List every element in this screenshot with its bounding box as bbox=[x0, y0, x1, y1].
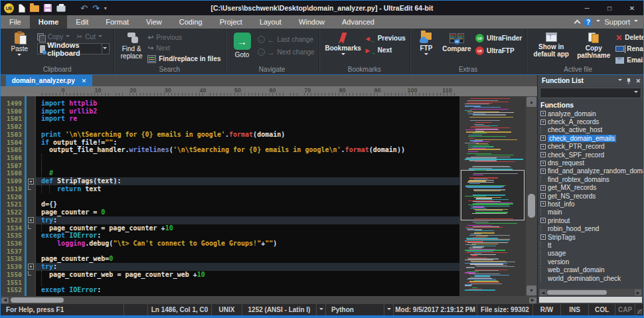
function-item-get_MX_records[interactable]: +get_MX_records bbox=[540, 184, 643, 192]
code-line[interactable]: # bbox=[36, 169, 459, 177]
scroll-up-icon[interactable]: ▲ bbox=[526, 97, 536, 107]
code-line[interactable]: try: bbox=[36, 216, 459, 224]
panel-menu-icon[interactable] bbox=[618, 79, 622, 83]
function-item-tt[interactable]: tt bbox=[540, 241, 643, 249]
code-line[interactable] bbox=[36, 123, 459, 131]
customize-toolbar-icon[interactable]: ▾ bbox=[104, 5, 106, 11]
code-editor[interactable]: 1499150015011502150315041505150615071508… bbox=[1, 96, 537, 296]
code-line[interactable]: except IOError: bbox=[36, 286, 459, 294]
expand-icon[interactable]: + bbox=[540, 193, 546, 199]
expand-icon[interactable]: + bbox=[540, 152, 546, 157]
expand-icon[interactable]: + bbox=[540, 144, 546, 149]
email-file-button[interactable]: Email bbox=[615, 56, 644, 64]
expand-icon[interactable]: + bbox=[540, 169, 546, 174]
bookmark-next-button[interactable]: ▸→ Next bbox=[366, 46, 406, 54]
save-icon[interactable] bbox=[44, 4, 52, 12]
ultraftp-button[interactable]: Uf UltraFTP bbox=[475, 46, 522, 55]
find-previous-button[interactable]: ↩ Previous bbox=[147, 33, 220, 42]
function-item-printout[interactable]: +printout bbox=[540, 216, 643, 224]
code-line[interactable]: logging.debug("\t> Can't connect to Goog… bbox=[36, 240, 459, 248]
menu-view[interactable]: View bbox=[137, 15, 171, 29]
copy-button[interactable]: Copy bbox=[37, 33, 70, 41]
tab-close-icon[interactable]: ✕ bbox=[82, 78, 87, 84]
status-for[interactable]: For Help, press F1 bbox=[1, 304, 124, 315]
scroll-down-icon[interactable]: ▼ bbox=[526, 285, 536, 295]
code-line[interactable]: page_counter = page_counter +10 bbox=[36, 224, 459, 232]
status-python[interactable]: Python bbox=[326, 304, 384, 315]
delete-file-button[interactable]: ✕ Delete bbox=[615, 33, 644, 42]
function-item-usage[interactable]: usage bbox=[540, 250, 643, 258]
expand-icon[interactable]: + bbox=[540, 218, 546, 223]
function-item-dns_request[interactable]: +dns_request bbox=[540, 159, 643, 167]
function-item-find_robtex_domains[interactable]: find_robtex_domains bbox=[540, 175, 643, 183]
fold-expand-icon[interactable]: + bbox=[27, 216, 35, 224]
code-line[interactable]: except IOError: bbox=[36, 232, 459, 240]
code-line[interactable] bbox=[36, 193, 459, 201]
find-in-files-button[interactable]: Find/replace in files bbox=[147, 54, 220, 63]
function-item-world_domination_check[interactable]: world_domination_check bbox=[540, 274, 643, 282]
code-line[interactable]: page_counter_web = page_counter_web +10 bbox=[36, 271, 459, 279]
code-line[interactable]: page_counter_web=0 bbox=[36, 255, 459, 263]
ultrafinder-button[interactable]: Uf UltraFinder bbox=[475, 34, 522, 42]
goto-button[interactable]: → Goto bbox=[230, 31, 255, 58]
code-line[interactable]: output_file_handler.writelines('\n\tSear… bbox=[36, 146, 459, 154]
status-r/w[interactable]: R/W bbox=[533, 304, 561, 315]
copy-path-name-button[interactable]: Copy path/name bbox=[574, 31, 613, 59]
function-item-check_PTR_record[interactable]: +check_PTR_record bbox=[540, 143, 643, 151]
code-line[interactable]: import re bbox=[36, 115, 459, 123]
code-line[interactable] bbox=[36, 279, 459, 287]
status-col[interactable]: COL bbox=[589, 304, 615, 315]
resize-grip[interactable] bbox=[635, 304, 643, 315]
code-line[interactable]: import httplib bbox=[36, 100, 459, 108]
status-unix[interactable]: UNIX bbox=[212, 304, 242, 315]
status-dropdown-icon[interactable] bbox=[384, 304, 394, 315]
panel-bottom-field[interactable] bbox=[539, 297, 642, 303]
function-filter-dropdown[interactable] bbox=[540, 88, 641, 98]
compare-button[interactable]: uc Compare bbox=[441, 31, 473, 52]
code-line[interactable]: try: bbox=[36, 263, 459, 271]
scroll-right-icon[interactable]: ▶ bbox=[529, 297, 536, 303]
code-line[interactable] bbox=[36, 162, 459, 170]
windows-clipboard-dropdown[interactable]: Windows clipboard bbox=[37, 43, 110, 54]
expand-icon[interactable]: + bbox=[540, 201, 546, 206]
status-mod[interactable]: Mod: 9/5/2017 2:19:12 PM bbox=[394, 304, 477, 315]
function-item-analyze_domain[interactable]: +analyze_domain bbox=[540, 110, 643, 118]
menu-coding[interactable]: Coding bbox=[171, 15, 211, 29]
cut-button[interactable]: ✂ Cut bbox=[76, 33, 102, 41]
status-ins[interactable]: INS bbox=[561, 304, 589, 315]
panel-horizontal-scrollbar[interactable]: ◀ ▶ bbox=[539, 289, 642, 296]
show-in-default-app-button[interactable]: Show in default app bbox=[530, 31, 572, 58]
paste-button[interactable]: Paste bbox=[5, 31, 35, 58]
menu-advanced[interactable]: Advanced bbox=[333, 15, 383, 29]
code-text-area[interactable]: import httplibimport urllib2import repri… bbox=[36, 96, 459, 296]
function-item-check_SPF_record[interactable]: +check_SPF_record bbox=[540, 151, 643, 159]
horizontal-scroll-thumb[interactable] bbox=[11, 297, 64, 303]
status-spacer[interactable] bbox=[124, 304, 148, 315]
status-cap[interactable]: CAP bbox=[615, 304, 635, 315]
tab-domain-analyzer[interactable]: domain_analyzer.py ✕ bbox=[6, 75, 92, 86]
function-item-robin_hood_send[interactable]: robin_hood_send bbox=[540, 224, 643, 232]
help-dropdown-icon[interactable] bbox=[596, 20, 600, 24]
panel-scroll-right-icon[interactable]: ▶ bbox=[635, 289, 641, 295]
status-file[interactable]: File size: 99302 bbox=[477, 304, 533, 315]
new-file-icon[interactable] bbox=[19, 4, 25, 13]
panel-scroll-thumb[interactable] bbox=[547, 290, 607, 295]
expand-icon[interactable]: + bbox=[540, 119, 546, 125]
function-item-version[interactable]: version bbox=[540, 258, 643, 266]
help-icon[interactable]: ? bbox=[584, 18, 592, 27]
code-line[interactable]: page_counter = 0 bbox=[36, 208, 459, 216]
next-change-button[interactable]: → → Next change bbox=[258, 48, 315, 56]
code-line[interactable]: print '\n\tSearching for {0} emails in g… bbox=[36, 131, 459, 139]
function-item-find_and_analyze_random_domain[interactable]: +find_and_analyze_random_domain bbox=[540, 167, 643, 175]
menu-home[interactable]: Home bbox=[30, 15, 68, 29]
vertical-scroll-thumb[interactable] bbox=[528, 194, 535, 218]
function-item-check_active_host[interactable]: check_active_host bbox=[540, 126, 643, 134]
open-file-icon[interactable] bbox=[30, 5, 39, 12]
code-line[interactable]: if output_file!="": bbox=[36, 139, 459, 147]
code-line[interactable]: return text bbox=[36, 185, 459, 193]
last-change-button[interactable]: ← ← Last change bbox=[258, 35, 315, 44]
function-item-web_crawl_domain[interactable]: web_crawl_domain bbox=[540, 266, 643, 274]
bookmark-previous-button[interactable]: ◂← Previous bbox=[366, 34, 406, 42]
menu-support[interactable]: Support bbox=[604, 18, 630, 26]
expand-icon[interactable]: + bbox=[540, 234, 546, 240]
